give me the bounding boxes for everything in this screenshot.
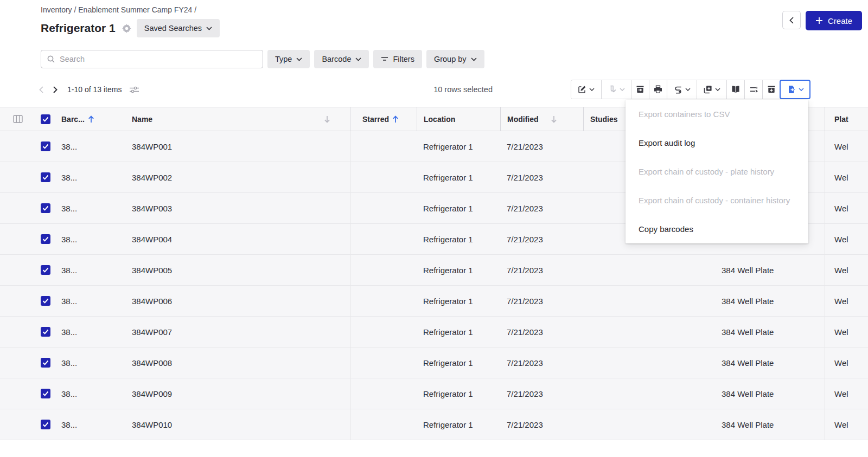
menu-item-export-coc-plate-history: Export chain of custody - plate history xyxy=(626,157,808,186)
move-button[interactable] xyxy=(631,80,649,99)
edit-icon xyxy=(578,85,586,94)
cell-plate-type: 384 Well Plate xyxy=(713,286,825,316)
row-checkbox[interactable] xyxy=(41,327,50,337)
cell-starred xyxy=(350,224,417,254)
printer-icon xyxy=(654,85,662,94)
table-row[interactable]: 38... 384WP010 Refrigerator 1 7/21/2023 … xyxy=(0,409,868,440)
print-button[interactable] xyxy=(649,80,667,99)
next-page-button[interactable] xyxy=(51,85,60,94)
column-header-barcode[interactable]: Barc... xyxy=(56,107,126,131)
saved-searches-button[interactable]: Saved Searches xyxy=(137,19,220,37)
cell-name: 384WP002 xyxy=(126,162,350,192)
cell-location: Refrigerator 1 xyxy=(417,193,500,223)
search-box xyxy=(41,50,263,68)
chevron-down-icon xyxy=(471,57,477,61)
cell-studies xyxy=(583,255,713,285)
rows-selected-label: 10 rows selected xyxy=(433,80,493,99)
cell-plate: Wel xyxy=(825,193,868,223)
barcode-filter-button[interactable]: Barcode xyxy=(314,50,369,68)
menu-item-export-audit-log[interactable]: Export audit log xyxy=(626,128,808,157)
archive-icon xyxy=(767,85,776,94)
catalog-button[interactable] xyxy=(726,80,744,99)
archive-button[interactable] xyxy=(762,80,780,99)
bulk-update-button[interactable] xyxy=(744,80,762,99)
cell-location: Refrigerator 1 xyxy=(417,378,500,409)
workflow-dropdown-button[interactable] xyxy=(667,80,697,99)
column-picker-button[interactable] xyxy=(0,107,35,131)
row-checkbox[interactable] xyxy=(41,358,50,368)
cell-name: 384WP009 xyxy=(126,378,350,409)
cell-starred xyxy=(350,409,417,440)
table-row[interactable]: 38... 384WP006 Refrigerator 1 7/21/2023 … xyxy=(0,286,868,317)
collapse-panel-button[interactable] xyxy=(782,11,801,29)
column-header-studies-label: Studies xyxy=(590,115,618,124)
edit-dropdown-button[interactable] xyxy=(571,80,601,99)
cell-barcode: 38... xyxy=(56,255,126,285)
cell-modified: 7/21/2023 xyxy=(500,317,583,347)
cell-modified: 7/21/2023 xyxy=(500,347,583,378)
row-checkbox[interactable] xyxy=(41,203,50,213)
table-row[interactable]: 38... 384WP009 Refrigerator 1 7/21/2023 … xyxy=(0,378,868,409)
pipette-dropdown-button[interactable] xyxy=(601,80,631,99)
check-icon xyxy=(42,267,49,273)
filters-button[interactable]: Filters xyxy=(373,50,422,68)
gear-icon[interactable] xyxy=(122,24,131,33)
column-header-name[interactable]: Name xyxy=(126,107,350,131)
table-row[interactable]: 38... 384WP008 Refrigerator 1 7/21/2023 … xyxy=(0,347,868,378)
cell-plate: Wel xyxy=(825,131,868,162)
create-button[interactable]: Create xyxy=(806,11,862,30)
column-header-modified[interactable]: Modified xyxy=(500,107,583,131)
row-checkbox[interactable] xyxy=(41,141,50,151)
chevron-down-icon xyxy=(589,88,595,91)
sort-asc-icon xyxy=(88,115,94,123)
column-header-starred[interactable]: Starred xyxy=(350,107,417,131)
cell-plate-type: 384 Well Plate xyxy=(713,255,825,285)
cell-starred xyxy=(350,286,417,316)
chevron-left-icon xyxy=(789,17,794,24)
row-checkbox[interactable] xyxy=(41,420,50,429)
export-menu: Export containers to CSV Export audit lo… xyxy=(626,100,808,243)
search-input[interactable] xyxy=(60,55,257,63)
column-header-plate-label: Plat xyxy=(834,115,848,124)
check-icon xyxy=(42,422,49,427)
cell-starred xyxy=(350,193,417,223)
view-settings-icon[interactable] xyxy=(129,86,139,94)
previous-page-button[interactable] xyxy=(37,85,46,94)
cell-plate-type: 384 Well Plate xyxy=(713,409,825,440)
row-checkbox[interactable] xyxy=(41,234,50,244)
cell-modified: 7/21/2023 xyxy=(500,409,583,440)
group-by-label: Group by xyxy=(434,55,467,63)
row-checkbox[interactable] xyxy=(41,265,50,275)
breadcrumb[interactable]: Inventory / Enablement Summer Camp FY24 … xyxy=(41,5,196,14)
column-header-plate[interactable]: Plat xyxy=(825,107,868,131)
check-icon xyxy=(42,144,49,149)
row-checkbox[interactable] xyxy=(41,296,50,306)
column-header-barcode-label: Barc... xyxy=(61,115,85,124)
menu-item-copy-barcodes[interactable]: Copy barcodes xyxy=(626,215,808,243)
cell-studies xyxy=(583,409,713,440)
cell-starred xyxy=(350,162,417,192)
column-header-location[interactable]: Location xyxy=(417,107,500,131)
row-checkbox[interactable] xyxy=(41,389,50,398)
select-all-checkbox[interactable] xyxy=(41,114,50,124)
group-by-button[interactable]: Group by xyxy=(426,50,484,68)
cell-location: Refrigerator 1 xyxy=(417,162,500,192)
check-icon xyxy=(42,329,49,334)
cell-name: 384WP003 xyxy=(126,193,350,223)
table-row[interactable]: 38... 384WP007 Refrigerator 1 7/21/2023 … xyxy=(0,317,868,347)
chevron-down-icon xyxy=(355,57,361,61)
chevron-down-icon xyxy=(296,57,302,61)
cell-barcode: 38... xyxy=(56,286,126,316)
cell-plate-type: 384 Well Plate xyxy=(713,317,825,347)
row-checkbox[interactable] xyxy=(41,172,50,182)
export-dropdown-button[interactable] xyxy=(780,80,810,99)
type-filter-label: Type xyxy=(275,55,292,63)
cell-modified: 7/21/2023 xyxy=(500,286,583,316)
column-header-starred-label: Starred xyxy=(362,115,389,124)
page-title: Refrigerator 1 xyxy=(41,22,116,35)
table-row[interactable]: 38... 384WP005 Refrigerator 1 7/21/2023 … xyxy=(0,255,868,286)
cell-name: 384WP010 xyxy=(126,409,350,440)
duplicate-dropdown-button[interactable] xyxy=(697,80,726,99)
type-filter-button[interactable]: Type xyxy=(267,50,310,68)
cell-barcode: 38... xyxy=(56,317,126,347)
